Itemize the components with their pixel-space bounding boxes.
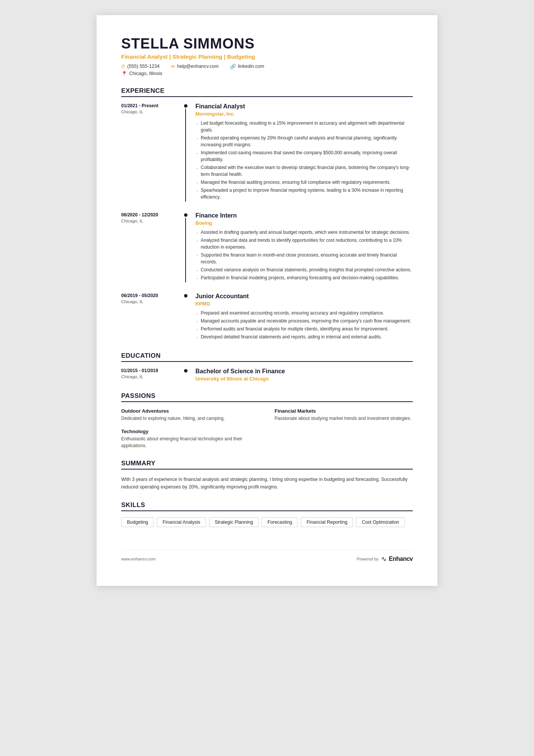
exp-date-3: 06/2019 - 05/2020	[121, 293, 178, 298]
experience-item-3: 06/2019 - 05/2020 Chicago, IL Junior Acc…	[121, 293, 413, 341]
skills-list: Budgeting Financial Analysis Strategic P…	[121, 517, 413, 527]
exp-bullets-3: Prepared and examined accounting records…	[195, 310, 413, 340]
edu-date-1: 01/2015 - 01/2019	[121, 368, 182, 373]
enhancv-brand: Enhancv	[389, 556, 413, 562]
passions-grid: Outdoor Adventures Dedicated to explorin…	[121, 408, 413, 449]
bullet-2-4: Conducted variance analysis on financial…	[195, 266, 413, 273]
header-section: STELLA SIMMONS Financial Analyst | Strat…	[121, 36, 413, 77]
email-item: ✉ help@enhancv.com	[171, 64, 219, 69]
passion-title-3: Technology	[121, 429, 259, 434]
passion-item-1: Outdoor Adventures Dedicated to explorin…	[121, 408, 259, 422]
exp-title-1: Financial Analyst	[195, 103, 413, 110]
passion-desc-3: Enthusiastic about emerging financial te…	[121, 435, 259, 449]
skills-section: SKILLS Budgeting Financial Analysis Stra…	[121, 501, 413, 527]
passions-title: PASSIONS	[121, 392, 413, 402]
bullet-3-2: Managed accounts payable and receivable …	[195, 318, 413, 324]
skill-tag-6: Cost Optimization	[356, 517, 405, 527]
exp-bullets-1: Led budget forecasting, resulting in a 1…	[195, 120, 413, 200]
experience-section: EXPERIENCE 01/2021 - Present Chicago, IL…	[121, 87, 413, 341]
linkedin-item: 🔗 linkedin.com	[230, 64, 264, 69]
skill-tag-2: Financial Analysis	[157, 517, 206, 527]
exp-date-1: 01/2021 - Present	[121, 103, 178, 108]
bullet-3-1: Prepared and examined accounting records…	[195, 310, 413, 316]
bullet-1-6: Spearheaded a project to improve financi…	[195, 187, 413, 200]
exp-right-1: Financial Analyst Morningstar, Inc. Led …	[189, 103, 413, 202]
bullet-3-4: Developed detailed financial statements …	[195, 333, 413, 340]
passions-section: PASSIONS Outdoor Adventures Dedicated to…	[121, 392, 413, 449]
exp-location-1: Chicago, IL	[121, 110, 178, 114]
candidate-name: STELLA SIMMONS	[121, 36, 413, 52]
edu-school-1: University of Illinois at Chicago	[195, 376, 413, 382]
exp-left-2: 06/2020 - 12/2020 Chicago, IL	[121, 212, 182, 282]
experience-title: EXPERIENCE	[121, 87, 413, 97]
skills-title: SKILLS	[121, 501, 413, 511]
exp-bullets-2: Assisted in drafting quarterly and annua…	[195, 229, 413, 281]
education-title: EDUCATION	[121, 352, 413, 362]
linkedin-value: linkedin.com	[238, 64, 264, 69]
skill-tag-3: Strategic Planning	[209, 517, 259, 527]
footer-powered: Powered by ∿ Enhancv	[357, 555, 413, 563]
edu-degree-1: Bachelor of Science in Finance	[195, 368, 413, 375]
location-row: 📍 Chicago, Illinois	[121, 71, 413, 77]
exp-left-1: 01/2021 - Present Chicago, IL	[121, 103, 182, 202]
linkedin-icon: 🔗	[230, 64, 236, 69]
summary-section: SUMMARY With 3 years of experience in fi…	[121, 460, 413, 491]
exp-company-2: Boeing	[195, 220, 413, 226]
exp-company-1: Morningstar, Inc.	[195, 111, 413, 117]
bullet-2-1: Assisted in drafting quarterly and annua…	[195, 229, 413, 236]
phone-value: (555) 555-1234	[127, 64, 159, 69]
experience-item-2: 06/2020 - 12/2020 Chicago, IL Finance In…	[121, 212, 413, 282]
exp-timeline-1	[182, 103, 189, 202]
bullet-2-3: Supported the finance team in month-end …	[195, 252, 413, 265]
exp-line-1	[185, 109, 186, 202]
exp-right-3: Junior Accountant KPMG Prepared and exam…	[189, 293, 413, 341]
edu-left-1: 01/2015 - 01/2019 Chicago, IL	[121, 368, 182, 382]
bullet-2-5: Participated in financial modeling proje…	[195, 274, 413, 281]
exp-dot-1	[184, 104, 187, 108]
phone-icon: ✆	[121, 64, 125, 69]
summary-text: With 3 years of experience in financial …	[121, 476, 413, 491]
exp-title-2: Finance Intern	[195, 212, 413, 219]
location-item: 📍 Chicago, Illinois	[121, 71, 162, 77]
edu-timeline-1	[182, 368, 189, 382]
email-icon: ✉	[171, 64, 175, 69]
skill-tag-4: Forecasting	[262, 517, 298, 527]
email-value: help@enhancv.com	[177, 64, 219, 69]
candidate-subtitle: Financial Analyst | Strategic Planning |…	[121, 53, 413, 60]
location-value: Chicago, Illinois	[129, 71, 162, 76]
bullet-1-3: Implemented cost-saving measures that sa…	[195, 149, 413, 163]
experience-item-1: 01/2021 - Present Chicago, IL Financial …	[121, 103, 413, 202]
bullet-3-3: Performed audits and financial analysis …	[195, 326, 413, 332]
exp-location-3: Chicago, IL	[121, 299, 178, 304]
phone-item: ✆ (555) 555-1234	[121, 64, 159, 69]
passion-title-2: Financial Markets	[275, 408, 413, 414]
skill-tag-5: Financial Reporting	[301, 517, 353, 527]
bullet-1-4: Collaborated with the executive team to …	[195, 164, 413, 178]
exp-timeline-2	[182, 212, 189, 282]
passion-title-1: Outdoor Adventures	[121, 408, 259, 414]
footer: www.enhancv.com Powered by ∿ Enhancv	[121, 550, 413, 563]
exp-title-3: Junior Accountant	[195, 293, 413, 300]
education-item-1: 01/2015 - 01/2019 Chicago, IL Bachelor o…	[121, 368, 413, 382]
bullet-1-5: Managed the financial auditing process, …	[195, 179, 413, 186]
powered-by-text: Powered by	[357, 557, 379, 561]
passion-item-3: Technology Enthusiastic about emerging f…	[121, 429, 259, 449]
exp-right-2: Finance Intern Boeing Assisted in drafti…	[189, 212, 413, 282]
passion-item-2: Financial Markets Passionate about study…	[275, 408, 413, 422]
education-section: EDUCATION 01/2015 - 01/2019 Chicago, IL …	[121, 352, 413, 382]
bullet-1-1: Led budget forecasting, resulting in a 1…	[195, 120, 413, 133]
exp-dot-2	[184, 213, 187, 217]
resume-page: STELLA SIMMONS Financial Analyst | Strat…	[97, 15, 437, 586]
location-icon: 📍	[121, 71, 127, 77]
edu-location-1: Chicago, IL	[121, 374, 182, 379]
exp-date-2: 06/2020 - 12/2020	[121, 212, 178, 218]
exp-line-2	[185, 218, 186, 282]
exp-timeline-3	[182, 293, 189, 341]
exp-dot-3	[184, 294, 187, 297]
edu-right-1: Bachelor of Science in Finance Universit…	[189, 368, 413, 382]
exp-company-3: KPMG	[195, 301, 413, 307]
bullet-2-2: Analyzed financial data and trends to id…	[195, 237, 413, 250]
edu-dot-1	[184, 369, 187, 373]
footer-url: www.enhancv.com	[121, 557, 156, 561]
passion-desc-1: Dedicated to exploring nature, hiking, a…	[121, 415, 259, 422]
